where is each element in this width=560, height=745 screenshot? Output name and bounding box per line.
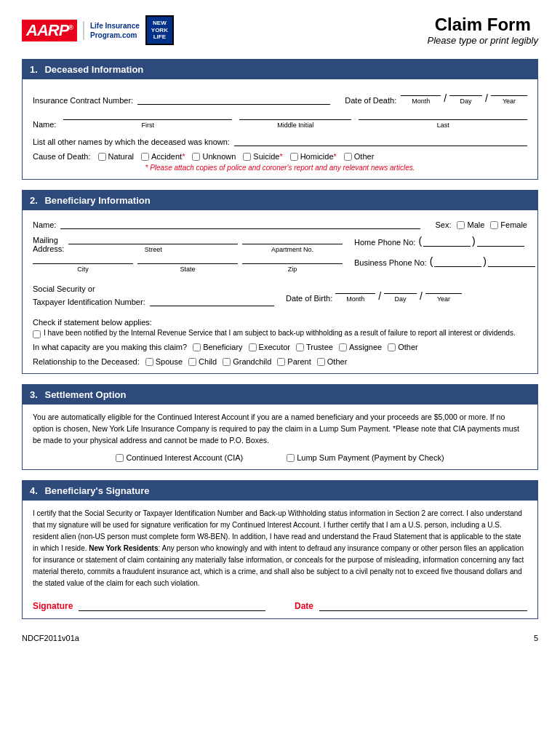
cap-assignee: Assignee	[339, 343, 382, 351]
slash1: /	[444, 93, 447, 105]
rel-spouse-label: Spouse	[156, 357, 183, 366]
dob-day-label: Day	[395, 295, 407, 303]
rel-parent-checkbox[interactable]	[277, 358, 285, 366]
first-name-input[interactable]	[63, 111, 232, 120]
cap-assignee-checkbox[interactable]	[339, 343, 347, 351]
rel-child-checkbox[interactable]	[188, 358, 196, 366]
street-label: Street	[68, 246, 238, 253]
dob-day-input[interactable]	[384, 284, 417, 294]
relationship-row: Relationship to the Deceased: Spouse Chi…	[33, 357, 527, 366]
ssn-input[interactable]	[150, 295, 274, 306]
cause-other-checkbox[interactable]	[344, 153, 352, 161]
dob-label: Date of Birth:	[286, 294, 332, 303]
contract-number-input[interactable]	[137, 93, 330, 105]
slash2: /	[485, 93, 488, 105]
cap-executor-label: Executor	[259, 343, 290, 351]
rel-grandchild-checkbox[interactable]	[223, 358, 231, 366]
name-row-container: Name: First Middle Initial Last	[33, 111, 527, 129]
state-input[interactable]	[137, 255, 238, 264]
home-phone-row: Home Phone No: ( )	[354, 235, 535, 247]
settlement-text: You are automatically eligible for the C…	[33, 412, 527, 446]
middle-name-input[interactable]	[239, 111, 351, 120]
irs-statement-row: Check if statement below applies: I have…	[33, 318, 527, 338]
suicide-checkbox[interactable]	[243, 153, 251, 161]
cap-beneficiary: Beneficiary	[193, 343, 242, 351]
street-wrap: Street	[68, 235, 238, 253]
signature-line[interactable]	[79, 598, 265, 611]
female-checkbox[interactable]	[490, 221, 498, 229]
cap-executor-checkbox[interactable]	[249, 343, 257, 351]
rel-spouse-checkbox[interactable]	[145, 358, 153, 366]
suicide-label: Suicide*	[253, 152, 282, 161]
cap-trustee-checkbox[interactable]	[296, 343, 304, 351]
ny-life-logo: NEW YORK LIFE	[145, 15, 174, 45]
address-area: Mailing Address: Street Apartment No.	[33, 235, 343, 279]
contract-area: Insurance Contract Number:	[33, 93, 330, 105]
irs-checkbox[interactable]	[33, 330, 41, 338]
address-label: Address:	[33, 244, 64, 253]
other-names-input[interactable]	[234, 135, 527, 146]
date-line[interactable]	[319, 598, 527, 611]
ssn-label: Social Security or	[33, 284, 95, 293]
mailing-label-group: Mailing Address:	[33, 236, 64, 253]
aarp-text: AARP	[26, 21, 68, 39]
city-label: City	[33, 266, 133, 273]
dob-month-input[interactable]	[335, 284, 375, 294]
male-label: Male	[467, 220, 484, 229]
cause-unknown: Unknown	[192, 152, 236, 161]
cap-other-label: Other	[398, 343, 418, 351]
business-phone-label: Business Phone No:	[354, 258, 427, 267]
lump-sum-checkbox[interactable]	[287, 454, 295, 462]
settlement-options: Continued Interest Account (CIA) Lump Su…	[33, 453, 527, 462]
page-number: 5	[534, 634, 538, 642]
unknown-checkbox[interactable]	[192, 153, 200, 161]
sig-body-text: I certify that the Social Security or Ta…	[33, 508, 527, 589]
dob-year-input[interactable]	[425, 284, 462, 294]
check-statement-label: Check if statement below applies:	[33, 318, 527, 327]
first-label: First	[63, 121, 232, 129]
cap-beneficiary-checkbox[interactable]	[193, 343, 201, 351]
ny-line1: NEW	[153, 20, 167, 26]
last-name-wrap: Last	[359, 111, 527, 129]
form-subtitle: Please type or print legibly	[428, 35, 538, 46]
zip-input[interactable]	[242, 255, 343, 264]
business-phone-area-code[interactable]	[434, 255, 481, 267]
sex-label: Sex:	[435, 220, 451, 229]
home-phone-area-code[interactable]	[423, 235, 471, 247]
section-signature: 4. Beneficiary's Signature I certify tha…	[22, 480, 538, 619]
ssn-row: Taxpayer Identification Number:	[33, 295, 274, 306]
logo-area: AARP® Life Insurance Program.com NEW YOR…	[22, 15, 174, 45]
zip-label: Zip	[242, 266, 343, 273]
last-name-input[interactable]	[359, 111, 527, 120]
dod-fields: Month / Day / Year	[401, 87, 527, 105]
home-phone-number[interactable]	[477, 235, 524, 247]
section3-header: 3. Settlement Option	[23, 385, 537, 405]
cause-suicide: Suicide*	[243, 152, 282, 161]
accident-checkbox[interactable]	[141, 153, 149, 161]
male-checkbox[interactable]	[457, 221, 465, 229]
city-input[interactable]	[33, 255, 133, 264]
cia-checkbox[interactable]	[116, 454, 124, 462]
dob-month-label: Month	[346, 295, 364, 303]
benef-name-input[interactable]	[60, 218, 420, 229]
dod-year-wrap: Year	[491, 87, 527, 105]
section1-header: 1. Deceased Information	[23, 60, 537, 79]
natural-checkbox[interactable]	[98, 153, 106, 161]
business-phone-number[interactable]	[488, 255, 535, 267]
section1-body: Insurance Contract Number: Date of Death…	[23, 79, 537, 179]
cause-other: Other	[344, 152, 375, 161]
rel-other-checkbox[interactable]	[317, 358, 325, 366]
dod-month-input[interactable]	[401, 87, 441, 96]
aarp-logo: AARP®	[22, 20, 77, 41]
homicide-checkbox[interactable]	[290, 153, 298, 161]
irs-row: I have been notified by the Internal Rev…	[33, 329, 527, 338]
signature-field: Signature	[33, 598, 265, 611]
dod-year-input[interactable]	[491, 87, 527, 96]
cap-other-checkbox[interactable]	[388, 343, 396, 351]
business-phone-row: Business Phone No: ( )	[354, 255, 535, 267]
city-wrap: City	[33, 255, 133, 273]
apt-input[interactable]	[242, 235, 343, 244]
dod-label: Date of Death:	[345, 96, 396, 105]
street-input[interactable]	[68, 235, 238, 244]
dod-day-input[interactable]	[449, 87, 482, 96]
